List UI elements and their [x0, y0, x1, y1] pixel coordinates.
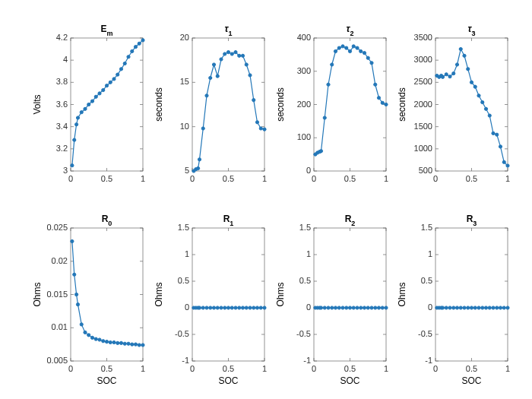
chart-title: Em [100, 24, 112, 37]
data-marker [134, 46, 137, 49]
data-marker [496, 306, 499, 309]
y-tick-label: 0 [306, 302, 311, 312]
y-tick-label: 500 [419, 166, 432, 175]
figure-grid: Em33.23.43.63.844.200.51Voltsτ1510152000… [0, 0, 532, 399]
y-axis-label: seconds [154, 87, 164, 122]
data-marker [252, 99, 255, 102]
data-marker [359, 306, 363, 309]
data-marker [216, 74, 219, 78]
y-tick-label: 0 [185, 302, 189, 312]
x-tick-label: 0 [190, 364, 195, 373]
y-tick-label: 0.025 [46, 223, 68, 232]
data-marker [94, 337, 97, 340]
x-tick-label: 0 [433, 364, 438, 373]
y-axis-label: seconds [275, 87, 286, 122]
data-marker [499, 306, 502, 309]
data-marker [377, 97, 380, 100]
data-marker [492, 131, 495, 135]
y-tick-label: -0.5 [418, 329, 432, 338]
data-marker [381, 306, 384, 309]
y-tick-label: 1.5 [421, 223, 432, 232]
svg-rect-21 [192, 38, 264, 171]
x-tick-label: 0.5 [344, 364, 356, 373]
y-tick-label: 0 [306, 166, 311, 175]
data-marker [366, 56, 369, 59]
y-tick-label: 0.005 [46, 356, 68, 365]
y-axis-label: Volts [32, 94, 43, 114]
data-marker [481, 306, 484, 309]
data-marker [241, 54, 244, 57]
x-tick-label: 1 [505, 174, 510, 183]
data-marker [255, 306, 258, 309]
data-marker [463, 54, 466, 57]
data-marker [80, 111, 83, 114]
data-marker [245, 306, 248, 309]
data-marker [259, 306, 262, 309]
data-marker [84, 331, 87, 334]
y-tick-label: 3 [63, 166, 68, 175]
data-marker [319, 306, 322, 309]
data-line [72, 40, 143, 166]
x-axis-label: SOC [461, 375, 481, 386]
data-line [72, 242, 143, 346]
svg-rect-110 [314, 228, 386, 361]
data-marker [506, 306, 509, 309]
data-marker [348, 306, 351, 309]
data-marker [220, 58, 223, 61]
data-marker [445, 73, 448, 76]
data-marker [109, 340, 112, 344]
data-marker [448, 306, 451, 309]
data-marker [220, 306, 223, 309]
data-marker [334, 306, 337, 309]
data-marker [374, 306, 377, 309]
data-marker [138, 344, 141, 347]
data-marker [230, 306, 233, 309]
chart-title: R3 [467, 214, 477, 227]
data-marker [98, 92, 101, 95]
data-marker [198, 306, 201, 309]
chart-panel: R3-1-0.500.511.500.51OhmsSOC [391, 205, 513, 395]
y-tick-label: 2000 [414, 100, 432, 109]
x-tick-label: 0.5 [344, 174, 356, 183]
data-marker [255, 121, 258, 124]
data-marker [134, 343, 137, 346]
x-axis-label: SOC [340, 375, 359, 386]
data-marker [241, 306, 244, 309]
data-marker [105, 340, 108, 344]
chart-panel: τ1510152000.51seconds [148, 15, 270, 205]
y-tick-label: 3000 [414, 55, 432, 64]
data-marker [127, 342, 130, 345]
x-tick-label: 0.5 [466, 174, 477, 183]
data-marker [484, 107, 487, 110]
y-tick-label: 0.02 [52, 256, 68, 265]
data-marker [87, 334, 90, 337]
chart-title: R1 [223, 214, 234, 227]
data-marker [87, 103, 90, 106]
chart-title: R2 [345, 214, 356, 227]
chart-panel: τ2010020030040000.51seconds [270, 15, 391, 205]
y-tick-label: 100 [297, 132, 311, 141]
data-marker [109, 81, 112, 84]
y-tick-label: 20 [180, 33, 189, 42]
data-marker [201, 306, 204, 309]
data-marker [205, 94, 208, 97]
data-marker [245, 63, 248, 66]
y-tick-label: 1.5 [299, 223, 311, 232]
data-marker [488, 114, 491, 117]
y-tick-label: 0.015 [46, 290, 68, 299]
chart-panel: R00.0050.010.0150.020.02500.51OhmsSOC [27, 205, 148, 395]
x-tick-label: 1 [262, 364, 267, 373]
x-tick-label: 0.5 [466, 364, 477, 373]
data-marker [337, 306, 340, 309]
y-tick-label: -1 [182, 356, 189, 365]
data-marker [230, 52, 233, 55]
data-marker [348, 49, 351, 52]
data-marker [441, 75, 444, 78]
data-marker [94, 95, 97, 98]
data-marker [484, 306, 487, 309]
data-marker [212, 63, 215, 66]
x-axis-label: SOC [218, 375, 238, 386]
x-tick-label: 0 [433, 174, 438, 183]
data-marker [445, 306, 448, 309]
data-marker [198, 158, 201, 161]
